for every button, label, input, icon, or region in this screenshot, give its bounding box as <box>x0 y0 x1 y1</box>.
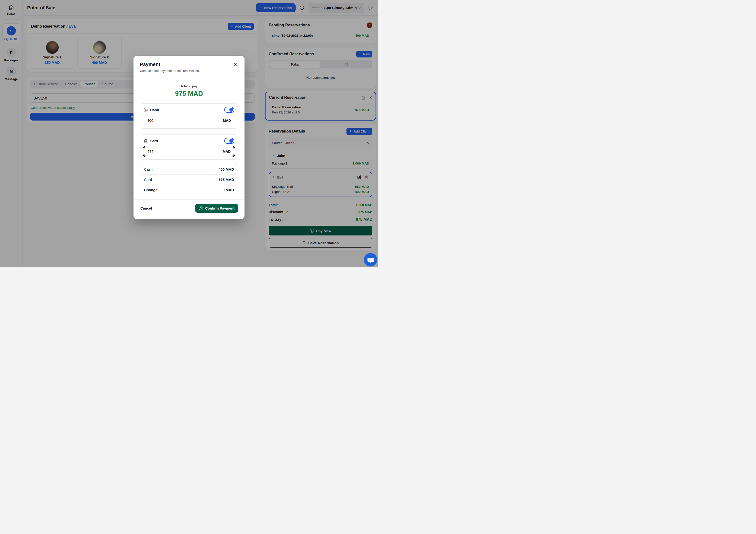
card-amount-input[interactable]: 575 MAD <box>144 147 234 156</box>
payment-summary: Cash 400 MAD Card 575 MAD Change 0 MAD <box>140 164 238 195</box>
toggle-knob <box>230 108 233 112</box>
modal-subtitle: Complete the payment for this reservatio… <box>140 69 200 73</box>
card-method-box: Card 575 MAD <box>140 134 238 160</box>
summary-change-row: Change 0 MAD <box>140 185 238 195</box>
payment-modal: Payment Complete the payment for this re… <box>133 56 245 219</box>
card-toggle[interactable] <box>224 138 234 144</box>
cash-amount-input[interactable]: 400 MAD <box>144 116 234 125</box>
confirm-payment-label: Confirm Payment <box>205 206 234 210</box>
summary-card-label: Card <box>144 177 152 182</box>
summary-change-label: Change <box>144 188 157 192</box>
total-to-pay-label: Total to pay <box>140 84 238 88</box>
card-label: Card <box>149 139 158 143</box>
summary-cash-label: Cash <box>144 167 152 172</box>
summary-change-amount: 0 MAD <box>223 188 234 192</box>
cash-label: Cash <box>150 108 159 112</box>
divider <box>133 199 245 200</box>
cash-toggle[interactable] <box>224 107 234 113</box>
close-icon[interactable]: ✕ <box>233 62 238 68</box>
chat-icon <box>367 258 374 262</box>
cash-currency-label: MAD <box>223 119 231 122</box>
summary-card-row: Card 575 MAD <box>140 174 238 185</box>
summary-cash-amount: 400 MAD <box>219 167 234 172</box>
chat-widget-button[interactable] <box>364 253 377 267</box>
modal-title: Payment <box>140 62 200 67</box>
dollar-icon: $ <box>144 108 148 112</box>
toggle-knob <box>230 139 233 143</box>
card-amount-value: 575 <box>148 149 153 153</box>
dollar-icon: $ <box>199 206 203 210</box>
bookmark-icon <box>144 139 148 143</box>
cancel-button[interactable]: Cancel <box>140 205 152 212</box>
summary-cash-row: Cash 400 MAD <box>140 164 238 174</box>
summary-card-amount: 575 MAD <box>219 177 234 182</box>
divider <box>133 77 245 77</box>
text-cursor <box>154 150 154 153</box>
cash-amount-value: 400 <box>147 118 153 122</box>
confirm-payment-button[interactable]: $ Confirm Payment <box>195 204 238 213</box>
total-to-pay-amount: 975 MAD <box>140 90 238 97</box>
card-currency-label: MAD <box>223 150 230 153</box>
cash-method-box: $ Cash 400 MAD <box>140 103 238 129</box>
